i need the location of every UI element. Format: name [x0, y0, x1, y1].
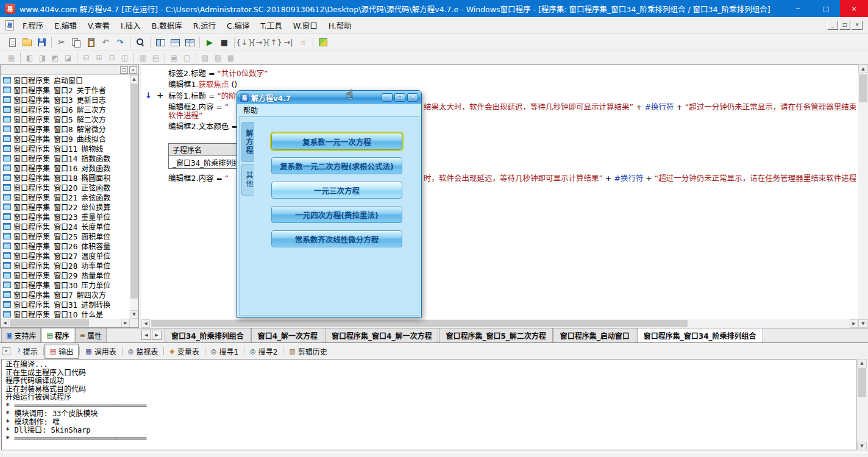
tree-item[interactable]: 窗口程序集_窗口10_什么是 — [1, 309, 130, 319]
save-icon[interactable] — [34, 36, 49, 49]
fold-plus-icon[interactable]: + — [157, 90, 164, 100]
tab-variable-list[interactable]: ◈变量表 — [165, 344, 204, 358]
scroll-left-icon[interactable]: ◀ — [1, 319, 9, 327]
tab-scroll-left-button[interactable]: ◀ — [141, 330, 151, 340]
btn-quartic-equation[interactable]: 一元四次方程(费拉里法) — [271, 206, 402, 223]
menu-item-7[interactable]: T.工具 — [255, 16, 288, 34]
dialog-side-tab-1[interactable]: 其他 — [241, 164, 254, 196]
scroll-up-icon[interactable]: ▲ — [858, 65, 868, 73]
tab-search-2[interactable]: ◎搜寻2 — [245, 344, 282, 358]
editor-horizontal-scrollbar[interactable]: ◀ ▶ — [141, 319, 858, 328]
tree-item[interactable]: 窗口程序集_窗口8_解常微分 — [1, 124, 130, 133]
tree-item[interactable]: 窗口程序集_窗口31_进制转换 — [1, 299, 130, 309]
tree-item[interactable]: 窗口程序集_窗口26_体积容量 — [1, 241, 130, 250]
menu-item-2[interactable]: V.查看 — [82, 16, 115, 34]
scroll-left-icon[interactable]: ◀ — [141, 319, 150, 328]
scroll-down-icon[interactable]: ▼ — [857, 442, 867, 450]
copy-icon[interactable] — [69, 36, 84, 49]
editor-tab-1[interactable]: 窗口4_解一次方程 — [251, 328, 324, 343]
menu-item-1[interactable]: E.编辑 — [49, 16, 82, 34]
run-icon[interactable]: ▶ — [202, 36, 217, 49]
code-line[interactable]: 软件进程” — [168, 111, 202, 121]
open-file-icon[interactable] — [20, 36, 34, 49]
tree-item[interactable]: 窗口程序集_窗口29_热量单位 — [1, 270, 130, 280]
btn-linear-ode[interactable]: 常系数齐次线性微分方程 — [271, 230, 402, 247]
menu-item-9[interactable]: H.帮助 — [323, 16, 357, 34]
cut-icon[interactable]: ✂ — [54, 36, 69, 49]
split-vertical-icon[interactable] — [153, 36, 168, 49]
run-to-cursor-icon[interactable]: →| — [281, 36, 296, 49]
tab-program[interactable]: ▤程序 — [41, 328, 74, 343]
scroll-down-icon[interactable]: ▼ — [130, 310, 138, 319]
tree-item[interactable]: 窗口程序集_窗口24_长度单位 — [1, 221, 130, 231]
menu-item-0[interactable]: F.程序 — [17, 16, 49, 34]
code-line[interactable]: 编辑框1.获取焦点 () — [168, 80, 237, 90]
scroll-right-icon[interactable]: ▶ — [850, 319, 858, 328]
static-compile-icon[interactable] — [316, 36, 330, 49]
menu-item-4[interactable]: B.数据库 — [146, 16, 188, 34]
undo-icon[interactable]: ↶ — [98, 36, 113, 49]
code-line[interactable]: 时，软件会出现延迟，等待几秒钟即可显示计算结果” + #换行符 + “超过一分钟… — [424, 174, 856, 183]
dialog-title-bar[interactable]: 易 解方程v4.7 ─ □ × — [237, 91, 421, 104]
scroll-thumb[interactable] — [859, 74, 867, 102]
tree-item[interactable]: 窗口程序集_窗口20_正弦函数 — [1, 182, 130, 192]
tab-call-list[interactable]: ▦调用表 — [80, 344, 121, 358]
dialog-minimize-button[interactable]: ─ — [382, 93, 393, 102]
tree-horizontal-scrollbar[interactable]: ◀ ▶ — [1, 319, 130, 327]
tree-vertical-scrollbar[interactable]: ▲ ▼ — [130, 75, 138, 319]
tree-item[interactable]: 窗口程序集_窗口18_椭圆面积 — [1, 172, 130, 182]
tree-item[interactable]: 窗口程序集_窗口16_对数函数 — [1, 163, 130, 172]
btn-complex-quadratic-equation[interactable]: 复系数一元二次方程(求根公式法) — [271, 157, 402, 174]
tab-clip-history[interactable]: ▥剪辑历史 — [284, 344, 332, 358]
editor-tab-0[interactable]: 窗口34_阶乘排列组合 — [165, 328, 251, 343]
tree-item[interactable]: 窗口程序集_窗口14_指数函数 — [1, 153, 130, 163]
code-line[interactable]: 编辑框2.内容 = “ — [168, 174, 229, 183]
tree-item[interactable]: 窗口程序集_窗口21_余弦函数 — [1, 192, 130, 202]
tree-item[interactable]: 窗口程序集_窗口6_解三次方 — [1, 104, 130, 114]
menu-item-5[interactable]: R.运行 — [188, 16, 221, 34]
tree-item[interactable]: 窗口程序集_窗口30_压力单位 — [1, 280, 130, 289]
mdi-restore-button[interactable]: □ — [839, 21, 850, 30]
tab-support-lib[interactable]: ▣支持库 — [1, 328, 41, 343]
code-line[interactable]: 编辑框2.文本颜色 = — [168, 122, 238, 132]
tree-item[interactable]: 窗口程序集_窗口3_更新日志 — [1, 94, 130, 104]
pause-icon[interactable]: ☝ — [296, 36, 310, 49]
split-horizontal-icon[interactable] — [168, 36, 182, 49]
scroll-thumb[interactable] — [130, 84, 138, 299]
tab-scroll-right-button[interactable]: ▶ — [152, 330, 162, 340]
btn-cubic-equation[interactable]: 一元三次方程 — [271, 182, 402, 199]
dialog-maximize-button[interactable]: □ — [394, 93, 405, 102]
close-button[interactable]: × — [840, 0, 868, 17]
tab-hint[interactable]: ?提示 — [12, 344, 43, 358]
dialog-close-button[interactable]: × — [407, 93, 418, 102]
tree-item[interactable]: 窗口程序集_窗口27_温度单位 — [1, 250, 130, 260]
tree-item[interactable]: 窗口程序集_窗口22_单位换算 — [1, 202, 130, 211]
btn-complex-linear-equation[interactable]: 复系数一元一次方程 — [271, 133, 402, 150]
stop-icon[interactable]: ■ — [217, 36, 232, 49]
window-grid-icon[interactable] — [182, 36, 197, 49]
tab-watch-list[interactable]: ◎监视表 — [123, 344, 163, 358]
tree-item[interactable]: 窗口程序集_窗口7_解四次方 — [1, 289, 130, 299]
editor-tab-4[interactable]: 窗口程序集_启动窗口 — [553, 328, 636, 343]
editor-tab-3[interactable]: 窗口程序集_窗口5_解二次方程 — [439, 328, 552, 343]
paste-icon[interactable] — [84, 36, 98, 49]
scroll-down-icon[interactable]: ▼ — [858, 319, 868, 328]
step-out-icon[interactable]: {↑} — [266, 36, 281, 49]
step-over-icon[interactable]: {→} — [252, 36, 266, 49]
output-vertical-scrollbar[interactable]: ▲ ▼ — [857, 359, 867, 450]
scroll-up-icon[interactable]: ▲ — [130, 75, 138, 83]
step-into-icon[interactable]: {↓} — [237, 36, 252, 49]
minimize-button[interactable]: ─ — [784, 0, 812, 17]
editor-tab-5[interactable]: 窗口程序集_窗口34_阶乘排列组合 — [637, 328, 763, 343]
new-file-icon[interactable] — [5, 36, 20, 49]
tab-output[interactable]: ▤输出 — [44, 344, 79, 359]
code-line[interactable]: 标签2.标题 = “共计0位数字” — [168, 69, 268, 79]
scroll-thumb[interactable] — [858, 368, 866, 397]
panel-close-button[interactable]: × — [129, 66, 137, 74]
scroll-right-icon[interactable]: ▶ — [121, 319, 130, 327]
dialog-side-tab-0[interactable]: 解方程 — [241, 122, 254, 162]
tree-item[interactable]: 窗口程序集_窗口5_解二次方 — [1, 114, 130, 124]
find-icon[interactable] — [133, 36, 148, 49]
tree-item[interactable]: 窗口程序集_窗口25_面积单位 — [1, 231, 130, 241]
menu-item-6[interactable]: C.编译 — [221, 16, 255, 34]
